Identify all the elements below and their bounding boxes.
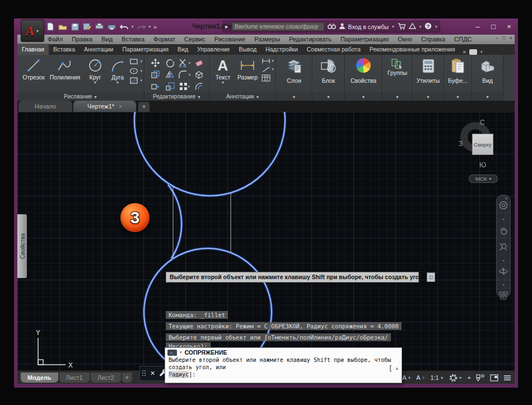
ribbon-tab-output[interactable]: Вывод — [234, 44, 261, 55]
file-tab-drawing1[interactable]: Чертеж1* × — [73, 101, 136, 112]
panel-block[interactable]: Блок ▼ — [312, 55, 345, 101]
a360-icon[interactable] — [409, 23, 416, 30]
ribbon-tab-featured-apps[interactable]: Рекомендованные приложения — [365, 44, 460, 55]
redo-icon[interactable] — [137, 22, 146, 31]
table-button[interactable] — [262, 74, 274, 82]
scale-button[interactable] — [162, 81, 177, 92]
open-file-icon[interactable] — [58, 22, 67, 31]
menu-window[interactable]: Окно — [393, 35, 417, 44]
tooltip-options-icon[interactable]: ⊡ — [427, 272, 435, 282]
minimize-button[interactable]: – — [470, 18, 486, 34]
rotate-button[interactable] — [162, 57, 177, 69]
menu-parametric[interactable]: Параметризация — [336, 35, 393, 44]
command-line-popup[interactable]: >_ ▾ СОПРЯЖЕНИЕ Выберите второй объект и… — [165, 347, 402, 383]
panel-modify-footer[interactable]: Редактирование ▼ — [144, 92, 209, 101]
qat-overflow-icon[interactable]: » — [153, 23, 157, 30]
showmotion-icon[interactable] — [499, 291, 508, 302]
circle-button[interactable]: Круг ▼ — [83, 57, 107, 84]
save-as-icon[interactable] — [82, 22, 92, 31]
pan-hand-icon[interactable] — [500, 226, 508, 237]
orbit-icon[interactable] — [499, 267, 508, 277]
ribbon-tab-overflow-icon[interactable]: » — [463, 49, 466, 55]
arc-button[interactable]: Дуга ▼ — [107, 57, 128, 84]
new-layout-button[interactable]: + — [122, 373, 132, 383]
clean-screen-icon[interactable] — [488, 372, 500, 383]
zoom-icon[interactable] — [499, 242, 508, 253]
circle-dropdown[interactable]: ▼ — [83, 81, 107, 84]
mdi-minimize[interactable]: – — [496, 35, 498, 41]
ribbon-display-dropdown[interactable]: ▾ — [480, 50, 483, 54]
binoculars-icon[interactable] — [328, 23, 336, 30]
panel-view[interactable]: Вид ▼ — [472, 55, 503, 101]
erase-button[interactable] — [192, 57, 206, 69]
undo-icon[interactable] — [119, 22, 129, 31]
menu-spds[interactable]: СПДС — [450, 35, 476, 44]
steering-wheel-icon[interactable] — [499, 201, 508, 212]
drag-grip-icon[interactable] — [142, 370, 146, 376]
viewcube-south[interactable]: Ю — [479, 161, 486, 169]
panel-properties[interactable]: Свойства ▼ — [345, 55, 382, 101]
rectangle-button[interactable]: ▾ — [129, 58, 142, 65]
search-expand-icon[interactable]: ▸ — [225, 23, 228, 30]
drawing-canvas[interactable]: Y X 3 С В Ю З Сверху МСК▾ ✕ ▾ ▾ ▾ Свойст… — [17, 112, 515, 370]
commandline-dropdown[interactable]: ▾ — [180, 350, 182, 355]
ribbon-tab-parametric[interactable]: Параметризация — [118, 44, 174, 55]
undo-dropdown[interactable]: ▾ — [132, 25, 134, 29]
menu-insert[interactable]: Вставка — [117, 35, 149, 44]
panel-utilities[interactable]: Утилиты ▼ — [413, 55, 444, 101]
array-button[interactable]: ▾ — [177, 81, 192, 92]
copy-button[interactable] — [148, 69, 162, 81]
cart-icon[interactable] — [398, 23, 405, 31]
menu-file[interactable]: Файл — [43, 35, 67, 44]
orbit-dropdown[interactable]: ▾ — [502, 282, 504, 286]
menu-tools[interactable]: Сервис — [180, 35, 210, 44]
trim-button[interactable]: ▾ — [177, 57, 192, 69]
menu-modify[interactable]: Редактировать — [284, 35, 336, 44]
maximize-button[interactable]: □ — [486, 18, 501, 34]
ribbon-tab-insert[interactable]: Вставка — [49, 44, 80, 55]
plot-icon[interactable] — [95, 22, 104, 31]
panel-clipboard[interactable]: Буфе... ▼ — [444, 55, 472, 101]
text-button[interactable]: А Текст ▼ — [212, 57, 234, 84]
zoom-dropdown[interactable]: ▾ — [502, 258, 504, 262]
menu-draw[interactable]: Рисование — [210, 35, 250, 44]
leader-button[interactable]: ▾ — [262, 66, 274, 73]
a360-dropdown[interactable]: ▾ — [419, 25, 422, 29]
workspace-gear-icon[interactable]: ▼ — [447, 372, 464, 383]
layout-tab-model[interactable]: Модель — [21, 373, 58, 383]
layout-tab-list1[interactable]: Лист1 — [59, 373, 90, 383]
navigation-bar[interactable]: ✕ ▾ ▾ ▾ — [496, 195, 511, 298]
annotation-visibility-button[interactable]: А✦ — [400, 372, 413, 383]
redo-dropdown[interactable]: ▾ — [149, 25, 151, 29]
viewcube-north[interactable]: С — [480, 119, 485, 126]
panel-draw-footer[interactable]: Рисование ▼ — [17, 92, 144, 101]
ribbon-tab-annotate[interactable]: Аннотации — [80, 44, 118, 55]
stretch-button[interactable] — [148, 81, 162, 92]
mdi-restore[interactable]: □ — [502, 35, 505, 41]
autoscale-button[interactable]: А✧ — [414, 372, 427, 383]
ribbon-tab-collaborate[interactable]: Совместная работа — [302, 44, 365, 55]
panel-layers[interactable]: Слои ▼ — [276, 55, 312, 101]
hatch-button[interactable]: ▾ — [129, 77, 142, 84]
ribbon-tab-addins[interactable]: Надстройки — [261, 44, 302, 55]
mdi-close[interactable]: × — [510, 35, 512, 41]
offset-button[interactable] — [192, 81, 206, 92]
panel-groups[interactable]: Группы ▼ — [382, 55, 413, 101]
menu-format[interactable]: Формат — [149, 35, 180, 44]
properties-side-tab[interactable]: Свойства — [17, 214, 27, 278]
viewcube-west[interactable]: З — [459, 140, 463, 148]
dimstyle-button[interactable]: ▾ — [262, 58, 274, 64]
menu-edit[interactable]: Правка — [67, 35, 97, 44]
customization-menu-icon[interactable] — [502, 372, 513, 383]
arc-dropdown[interactable]: ▼ — [107, 81, 128, 84]
search-input[interactable]: Введите ключевое слово/фразу — [232, 22, 324, 31]
new-file-icon[interactable] — [45, 22, 55, 31]
menu-view[interactable]: Вид — [97, 35, 117, 44]
ribbon-tab-manage[interactable]: Управление — [193, 44, 234, 55]
crosshair-button[interactable]: + — [466, 372, 473, 383]
command-prompt-line3[interactable]: Радиус]: — [165, 371, 402, 378]
text-dropdown[interactable]: ▼ — [212, 81, 234, 84]
close-commandline-icon[interactable]: ✕ — [150, 370, 155, 377]
ellipse-button[interactable]: ▾ — [129, 67, 142, 75]
fillet-button[interactable]: ▾ — [177, 69, 192, 81]
